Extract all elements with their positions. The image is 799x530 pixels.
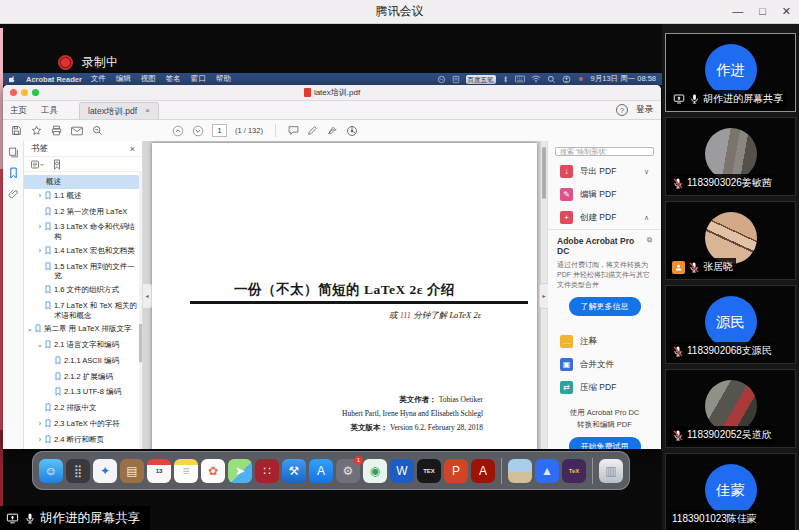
bookmark-options-icon[interactable] (31, 160, 44, 169)
close-button[interactable]: ✕ (782, 6, 791, 17)
chevron-icon[interactable]: ∨ (644, 168, 649, 176)
menu-编辑[interactable]: 编辑 (116, 74, 131, 84)
bookmark-item[interactable]: ›第三章 文档元素 (24, 448, 142, 449)
input-method-badge[interactable]: 百度五笔 (466, 75, 496, 84)
tab-home[interactable]: 主页 (3, 102, 34, 119)
shapes-tool-icon[interactable] (346, 125, 358, 137)
bookmark-item[interactable]: 1.2 第一次使用 LaTeX (24, 205, 142, 221)
dock-texshop-icon[interactable]: TeX (562, 459, 586, 483)
page-up-icon[interactable] (172, 125, 184, 137)
traffic-close-button[interactable] (10, 89, 17, 96)
collapse-tools-handle[interactable]: ▸ (539, 283, 548, 309)
dock-calendar-icon[interactable]: 13 (147, 459, 171, 483)
free-trial-button[interactable]: 开始免费试用 (569, 437, 641, 449)
bookmark-search-icon[interactable] (52, 159, 62, 170)
dock-notes-icon[interactable]: ≡ (174, 459, 198, 483)
menu-帮助[interactable]: 帮助 (216, 74, 231, 84)
bookmark-item[interactable]: ›1.1 概述 (24, 189, 142, 205)
bookmark-item[interactable]: 1.6 文件的组织方式 (24, 283, 142, 299)
chevron-icon[interactable]: ∧ (644, 214, 649, 222)
dock-system-preferences-icon[interactable]: ⚙1 (336, 459, 360, 483)
page-thumbnails-icon[interactable] (8, 147, 19, 158)
dock-android-studio-icon[interactable]: ◉ (363, 459, 387, 483)
sign-tool-icon[interactable] (326, 125, 338, 136)
tools-search-input[interactable] (555, 147, 654, 156)
menubar-app-name[interactable]: Acrobat Reader (26, 75, 82, 84)
collapse-bookmarks-handle[interactable]: ◂ (143, 283, 152, 309)
menu-文件[interactable]: 文件 (91, 74, 106, 84)
tool-export-pdf[interactable]: ↓导出 PDF∨ (548, 160, 661, 183)
menu-视图[interactable]: 视图 (141, 74, 156, 84)
control-center-icon[interactable] (562, 75, 571, 84)
keyboard-icon[interactable] (515, 75, 525, 83)
bookmark-item[interactable]: 2.1.2 扩展编码 (24, 370, 142, 386)
tool-comment[interactable]: …注释 (548, 330, 661, 353)
dock-app-store-icon[interactable]: A (309, 459, 333, 483)
bookmark-item[interactable]: ⌄2.1 语言文字和编码 (24, 338, 142, 354)
bookmarks-panel-icon[interactable] (8, 167, 19, 179)
bookmark-item[interactable]: 2.1.3 UTF-8 编码 (24, 385, 142, 401)
bookmark-item[interactable]: 1.7 LaTeX 和 TeX 相关的术语和概念 (24, 299, 142, 323)
pdf-viewer[interactable]: 一份（不太）简短的 LaTeX 2ε 介绍 或 111 分钟了解 LaTeX 2… (143, 141, 547, 449)
bookmarks-scrollbar[interactable] (139, 171, 142, 449)
dock-red-tiles-app-icon[interactable]: ∷ (255, 459, 279, 483)
dock-texmaker-icon[interactable]: TEX (417, 459, 441, 483)
bluetooth-icon[interactable] (502, 75, 509, 84)
participant-tile[interactable]: 源民1183902068支源民 (665, 285, 796, 364)
star-icon[interactable] (31, 125, 42, 136)
minimize-button[interactable]: — (732, 6, 743, 17)
dock-safari-icon[interactable]: ✦ (93, 459, 117, 483)
help-icon[interactable]: ? (616, 104, 628, 116)
bookmark-item[interactable]: ›1.4 LaTeX 宏包和文档类 (24, 244, 142, 260)
signin-button[interactable]: 登录 (636, 104, 653, 116)
dock-word-icon[interactable]: W (390, 459, 414, 483)
participant-tile[interactable]: 1183902052吴道欣 (665, 369, 796, 448)
bookmark-item[interactable]: 2.1.1 ASCII 编码 (24, 354, 142, 370)
tool-edit-pdf[interactable]: ✎编辑 PDF (548, 183, 661, 206)
bookmark-item[interactable]: ›2.3 LaTeX 中的字符 (24, 417, 142, 433)
tool-create-pdf[interactable]: +创建 PDF∧ (548, 206, 661, 229)
save-icon[interactable] (11, 125, 22, 136)
menu-窗口[interactable]: 窗口 (191, 74, 206, 84)
tab-tools[interactable]: 工具 (34, 102, 65, 119)
dock-photos-icon[interactable]: ✿ (201, 459, 225, 483)
page-down-icon[interactable] (192, 125, 204, 137)
spotlight-search-icon[interactable] (547, 75, 556, 84)
zoom-out-icon[interactable] (92, 125, 103, 136)
tool-compress-pdf[interactable]: ⇄压缩 PDF (548, 376, 661, 399)
bookmark-item[interactable]: 2.2 排版中文 (24, 401, 142, 417)
dock-finder-icon[interactable]: ☺ (39, 459, 63, 483)
dock-trash-icon[interactable]: ▥ (599, 459, 623, 483)
learn-more-button[interactable]: 了解更多信息 (569, 297, 641, 316)
bookmarks-close-icon[interactable]: × (130, 144, 135, 154)
bookmark-item[interactable]: 1.5 LaTeX 用到的文件一览 (24, 260, 142, 284)
siri-icon[interactable] (437, 75, 446, 84)
participant-tile[interactable]: 张居晓 (665, 201, 796, 280)
bookmark-item[interactable]: ›2.4 断行和断页 (24, 433, 142, 449)
dock-blue-mountains-app-icon[interactable]: ▲ (535, 459, 559, 483)
traffic-minimize-button[interactable] (21, 89, 28, 96)
bookmark-item[interactable]: ⌄第二章 用 LaTeX 排版文字 (24, 322, 142, 338)
tab-document[interactable]: latex培训.pdf × (79, 102, 159, 119)
wifi-icon[interactable] (531, 75, 541, 83)
bookmark-item[interactable]: ›1.3 LaTeX 命令和代码结构 (24, 220, 142, 244)
pencil-tool-icon[interactable] (307, 125, 318, 136)
menubar-clock[interactable]: 9月13日 周一 08:58 (591, 74, 656, 84)
dock-launchpad-icon[interactable]: ⣿ (66, 459, 90, 483)
bookmark-item[interactable]: 概述 (24, 175, 142, 189)
comment-tool-icon[interactable] (288, 125, 299, 136)
dock-maps-icon[interactable]: ➤ (228, 459, 252, 483)
dock-preview-icon[interactable] (508, 459, 532, 483)
traffic-maximize-button[interactable] (32, 89, 39, 96)
email-icon[interactable] (71, 126, 83, 136)
page-number-input[interactable]: 1 (212, 124, 227, 137)
participant-tile[interactable]: 1183903026姜敏茜 (665, 117, 796, 196)
dock-acrobat-reader-icon[interactable]: A (471, 459, 495, 483)
tab-close-icon[interactable]: × (145, 103, 150, 119)
participant-tile[interactable]: 佳蒙1183901023陈佳蒙 (665, 453, 796, 530)
dock-xcode-icon[interactable]: ⚒ (282, 459, 306, 483)
notes-icon[interactable] (452, 75, 460, 84)
dock-powerpoint-icon[interactable]: P (444, 459, 468, 483)
maximize-button[interactable]: □ (759, 6, 766, 17)
menu-签名[interactable]: 签名 (166, 74, 181, 84)
